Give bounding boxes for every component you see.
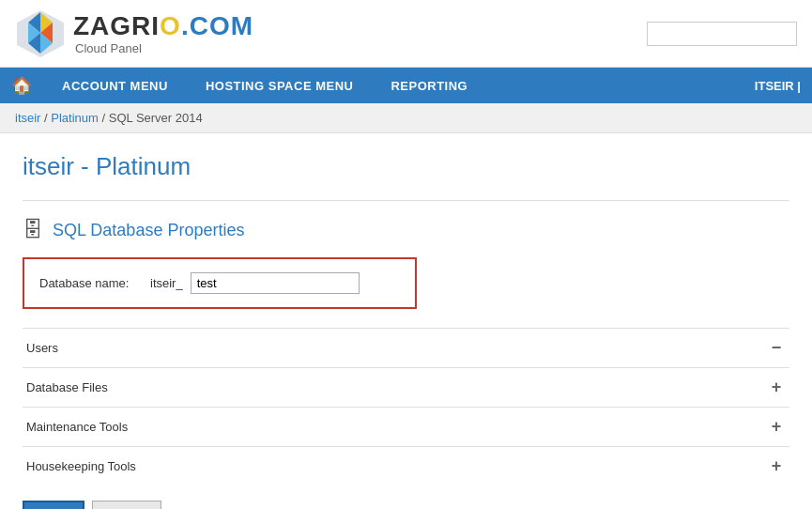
logo-area: ZAGRIO.COM Cloud Panel — [15, 8, 253, 59]
logo-text: ZAGRIO.COM Cloud Panel — [73, 11, 253, 55]
page-title: itseir - Platinum — [23, 152, 789, 181]
breadcrumb-platinum[interactable]: Platinum — [51, 111, 99, 125]
database-name-box: Database name: itseir_ — [23, 257, 417, 309]
nav-user: ITSEIR | — [743, 68, 812, 103]
nav-account-menu[interactable]: ACCOUNT MENU — [43, 68, 187, 103]
breadcrumb-current: SQL Server 2014 — [109, 111, 203, 125]
main-content: itseir - Platinum 🗄 SQL Database Propert… — [0, 133, 812, 509]
collapsible-database-files[interactable]: Database Files + — [23, 367, 789, 407]
breadcrumb: itseir / Platinum / SQL Server 2014 — [0, 103, 812, 133]
title-separator — [23, 200, 789, 201]
cancel-button[interactable]: Cancel — [92, 501, 161, 509]
collapsible-housekeeping-tools[interactable]: Housekeeping Tools + — [23, 446, 789, 486]
search-input[interactable] — [647, 22, 797, 46]
button-row: Save Cancel — [23, 501, 789, 509]
nav-reporting[interactable]: REPORTING — [372, 68, 486, 103]
navbar: 🏠 ACCOUNT MENU HOSTING SPACE MENU REPORT… — [0, 68, 812, 103]
database-icon: 🗄 — [23, 218, 43, 242]
nav-hosting-space-menu[interactable]: HOSTING SPACE MENU — [187, 68, 373, 103]
database-name-label: Database name: — [39, 276, 143, 290]
section-header: 🗄 SQL Database Properties — [23, 218, 789, 242]
save-button[interactable]: Save — [23, 501, 84, 509]
database-prefix: itseir_ — [150, 276, 183, 290]
breadcrumb-itseir[interactable]: itseir — [15, 111, 40, 125]
header: ZAGRIO.COM Cloud Panel — [0, 0, 812, 68]
collapsible-maintenance-tools[interactable]: Maintenance Tools + — [23, 407, 789, 446]
logo-icon — [15, 8, 66, 59]
logo-name: ZAGRIO.COM — [73, 11, 253, 41]
collapsible-users[interactable]: Users − — [23, 328, 789, 367]
database-name-input[interactable] — [191, 272, 360, 294]
logo-subtitle: Cloud Panel — [75, 41, 253, 55]
home-button[interactable]: 🏠 — [0, 68, 43, 103]
section-title: SQL Database Properties — [53, 221, 244, 240]
header-search[interactable] — [647, 22, 797, 46]
